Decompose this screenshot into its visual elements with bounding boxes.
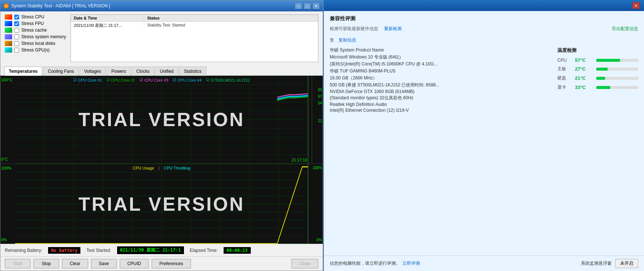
log-col-status: Status xyxy=(144,15,318,21)
stress-gpu-label: Stress GPU(s) xyxy=(21,47,50,53)
info-row-0: 华硕 System Product Name xyxy=(330,47,550,53)
action-detect-text: 检测可获取最新硬件信息 xyxy=(330,26,378,32)
info-row-3: 华硕 TUF GAMING B460M-PLUS xyxy=(330,68,550,74)
action-redetect-link[interactable]: 重新检测 xyxy=(384,26,402,32)
info-key-8: Realtek High Definition Audio xyxy=(330,102,550,107)
stress-cache-checkbox[interactable] xyxy=(14,28,19,33)
temp-row-cpu: CPU 57°C xyxy=(557,57,638,63)
tab-unified[interactable]: Unified xyxy=(155,67,178,76)
fpu-icon xyxy=(5,21,12,26)
title-bar: A System Stability Test - AIDA64 [ TRIAL… xyxy=(0,0,323,11)
title-bar-controls: ─ □ ✕ xyxy=(295,3,320,9)
temp-bar-fill-mb xyxy=(596,68,608,71)
right-footer: 估您的电脑性能，请立即进行评测。 立即评测 系统监测悬浮窗 未开启 xyxy=(324,256,644,271)
chart1-right-vals: 65 67 54 21 xyxy=(318,87,322,124)
elapsed-label: Elapsed Time: xyxy=(190,248,218,253)
sub-action-bar: 查 复制信息 xyxy=(330,37,638,43)
chart2-right-top: 100% xyxy=(312,166,322,170)
stress-mem-row: Stress system memory xyxy=(5,34,66,39)
stress-gpu-checkbox[interactable] xyxy=(14,48,19,53)
stop-button[interactable]: Stop xyxy=(33,259,59,268)
stress-mem-label: Stress system memory xyxy=(21,34,66,39)
cpu-icon xyxy=(5,14,12,19)
chart1-val-1: 65 xyxy=(318,87,322,93)
right-action-bar: 检测可获取最新硬件信息 重新检测 导出配置信息 xyxy=(330,26,638,32)
monitor-row: 系统监测悬浮窗 未开启 xyxy=(581,259,638,268)
main-content-area: 华硕 System Product Name Microsoft Windows… xyxy=(330,47,638,114)
tab-temperatures[interactable]: Temperatures xyxy=(4,67,42,76)
close-button[interactable]: Close xyxy=(292,259,318,268)
temp-label-gpu: 显卡 xyxy=(557,84,572,90)
info-key-9: Intel(R) Ethernet Connection (12) I219-V xyxy=(330,108,550,113)
stress-mem-checkbox[interactable] xyxy=(14,35,19,39)
tab-powers[interactable]: Powers xyxy=(106,67,131,76)
info-row-6: NVIDIA GeForce GTX 1060 6GB (6144MB) xyxy=(330,89,550,94)
action-export-link[interactable]: 导出配置信息 xyxy=(612,26,638,32)
temp-label-hdd: 硬盘 xyxy=(557,75,572,81)
tab-clocks[interactable]: Clocks xyxy=(131,67,154,76)
info-key-4: 16.00 GB（2666 MHz） xyxy=(330,75,550,81)
preferences-button[interactable]: Preferences xyxy=(152,259,191,268)
perf-text: 估您的电脑性能，请立即进行评测。 xyxy=(330,260,400,267)
stress-fpu-checkbox[interactable] xyxy=(14,21,19,26)
save-button[interactable]: Save xyxy=(91,259,117,268)
start-button[interactable]: Start xyxy=(5,259,30,268)
right-section-title: 兼容性评测 xyxy=(330,15,638,22)
copy-info-link[interactable]: 复制信息 xyxy=(339,37,356,43)
clear-button[interactable]: Clear xyxy=(62,259,88,268)
right-close-button[interactable]: ✕ xyxy=(632,2,640,9)
cpu-usage-chart: CPU Usage | CPU Throttling 100% 0% xyxy=(0,164,323,244)
temp-bar-bg-mb xyxy=(596,68,638,71)
temp-bar-fill-gpu xyxy=(596,86,610,89)
temperature-chart: ☑ CPU Core #1 ☑ CPU Core #2 ☑ CPU Core #… xyxy=(0,76,323,164)
tab-voltages[interactable]: Voltages xyxy=(79,67,106,76)
stress-disk-checkbox[interactable] xyxy=(14,41,19,46)
tabs-bar: Temperatures Cooling Fans Voltages Power… xyxy=(0,67,323,76)
app-icon: A xyxy=(3,3,9,9)
perf-link[interactable]: 立即评测 xyxy=(402,260,420,267)
minimize-button[interactable]: ─ xyxy=(295,3,302,9)
battery-value: No battery xyxy=(48,247,80,254)
chart2-y-bottom: 0% xyxy=(1,238,7,242)
chart1-grid-svg xyxy=(15,76,308,163)
cache-icon xyxy=(5,28,12,33)
window-title: System Stability Test - AIDA64 [ TRIAL V… xyxy=(11,3,110,8)
stress-options-panel: Stress CPU Stress FPU Stress cache Stres… xyxy=(5,14,66,62)
title-bar-left: A System Stability Test - AIDA64 [ TRIAL… xyxy=(3,3,110,9)
temp-bar-bg-gpu xyxy=(596,86,638,89)
info-key-6: NVIDIA GeForce GTX 1060 6GB (6144MB) xyxy=(330,89,550,94)
maximize-button[interactable]: □ xyxy=(304,3,311,9)
battery-label: Remaining Battery: xyxy=(5,248,42,253)
temp-value-cpu: 57°C xyxy=(575,57,593,63)
tab-statistics[interactable]: Statistics xyxy=(179,67,206,76)
info-key-3: 华硕 TUF GAMING B460M-PLUS xyxy=(330,68,550,74)
stress-cache-label: Stress cache xyxy=(21,28,47,33)
test-started-label: Test Started: xyxy=(86,248,111,253)
temp-row-hdd: 硬盘 21°C xyxy=(557,75,638,81)
svg-text:A: A xyxy=(5,4,7,8)
cpuid-button[interactable]: CPUID xyxy=(120,259,149,268)
info-key-7: (Standard monitor types) 32位真彩色 60Hz xyxy=(330,95,550,101)
stress-cpu-row: Stress CPU xyxy=(5,14,66,19)
info-row-4: 16.00 GB（2666 MHz） xyxy=(330,75,550,81)
info-row-1: Microsoft Windows 10 专业版 (64位) xyxy=(330,54,550,60)
info-key-5: 500 GB (希捷 ST500LM021-1KJ152 已使用时间: 8588… xyxy=(330,82,550,88)
temp-bar-bg-cpu xyxy=(596,59,638,62)
stress-cpu-checkbox[interactable] xyxy=(14,15,19,19)
stress-fpu-row: Stress FPU xyxy=(5,21,66,26)
log-col-datetime: Date & Time xyxy=(71,15,144,21)
tab-cooling-fans[interactable]: Cooling Fans xyxy=(43,67,79,76)
charts-area: ☑ CPU Core #1 ☑ CPU Core #2 ☑ CPU Core #… xyxy=(0,76,323,244)
stress-cache-row: Stress cache xyxy=(5,28,66,33)
close-button[interactable]: ✕ xyxy=(312,3,320,9)
monitor-button[interactable]: 未开启 xyxy=(615,259,638,268)
stress-disk-row: Stress local disks xyxy=(5,41,66,46)
temp-label-cpu: CPU xyxy=(557,58,572,63)
chart1-y-top: 100°C xyxy=(1,78,12,82)
chart2-grid-svg xyxy=(15,164,308,244)
chart1-y-bottom: 0°C xyxy=(1,157,8,161)
chart2-right-bottom: 0% xyxy=(317,238,322,242)
log-cell-time: 2021/11/30 星期二 21:17... xyxy=(71,22,144,29)
temp-bar-fill-cpu xyxy=(596,59,620,62)
temp-bar-fill-hdd xyxy=(596,77,605,80)
